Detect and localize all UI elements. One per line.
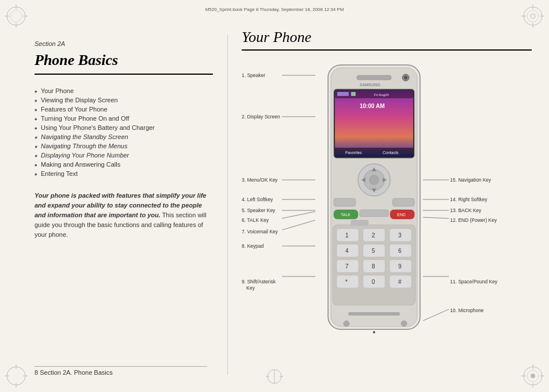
chapter-title: Phone Basics bbox=[35, 52, 213, 75]
svg-text:6: 6 bbox=[398, 248, 402, 254]
column-divider bbox=[227, 34, 228, 375]
left-column: Section 2A Phone Basics Your Phone Viewi… bbox=[0, 0, 230, 392]
svg-text:2: 2 bbox=[372, 232, 375, 239]
svg-text:13. BACK Key: 13. BACK Key bbox=[450, 207, 482, 213]
svg-line-113 bbox=[423, 217, 449, 218]
toc-item-6: Navigating the Standby Screen bbox=[35, 132, 213, 141]
svg-text:5: 5 bbox=[372, 248, 375, 254]
toc-item-8: Displaying Your Phone Number bbox=[35, 151, 213, 160]
svg-text:2.  Display Screen: 2. Display Screen bbox=[242, 114, 280, 120]
intro-text: Your phone is packed with features that … bbox=[35, 191, 213, 240]
svg-line-98 bbox=[282, 212, 315, 218]
svg-text:1.  Speaker: 1. Speaker bbox=[242, 72, 265, 78]
svg-rect-58 bbox=[360, 210, 388, 217]
svg-line-100 bbox=[282, 220, 315, 230]
toc-item-4: Turning Your Phone On and Off bbox=[35, 114, 213, 123]
toc-list: Your Phone Viewing the Display Screen Fe… bbox=[35, 86, 213, 178]
svg-point-85 bbox=[344, 321, 349, 326]
svg-text:7: 7 bbox=[345, 263, 349, 270]
svg-text:3.  Menu/OK Key: 3. Menu/OK Key bbox=[242, 177, 278, 183]
svg-rect-35 bbox=[335, 90, 413, 157]
corner-decoration-bl bbox=[5, 364, 28, 387]
svg-text:8.  Keypad: 8. Keypad bbox=[242, 243, 264, 249]
phone-diagram: Fri Aug24 10:00 AM Favorites Contacts SA… bbox=[242, 62, 532, 361]
svg-text:*: * bbox=[345, 279, 348, 285]
svg-point-13 bbox=[7, 367, 25, 385]
svg-text:5.  Speaker Key: 5. Speaker Key bbox=[242, 207, 276, 213]
svg-text:10:00 AM: 10:00 AM bbox=[360, 103, 385, 109]
svg-text:11. Space/Pound Key: 11. Space/Pound Key bbox=[450, 279, 498, 285]
svg-point-47 bbox=[369, 175, 379, 185]
svg-point-33 bbox=[404, 76, 407, 79]
svg-text:0: 0 bbox=[372, 279, 375, 285]
svg-text:1: 1 bbox=[345, 232, 349, 239]
svg-text:4: 4 bbox=[345, 248, 349, 254]
svg-text:3: 3 bbox=[398, 232, 402, 239]
svg-text:Favorites: Favorites bbox=[345, 151, 362, 155]
svg-point-86 bbox=[401, 321, 407, 326]
svg-text:10. Microphone: 10. Microphone bbox=[450, 308, 484, 313]
svg-text:7.  Voicemail Key: 7. Voicemail Key bbox=[242, 229, 279, 235]
svg-line-117 bbox=[423, 309, 449, 321]
toc-item-10: Entering Text bbox=[35, 169, 213, 178]
svg-text:#: # bbox=[398, 279, 402, 285]
section-label: Section 2A bbox=[35, 40, 213, 47]
svg-text:9: 9 bbox=[398, 263, 402, 270]
svg-point-119 bbox=[373, 331, 375, 333]
svg-rect-38 bbox=[351, 92, 356, 96]
svg-text:Key: Key bbox=[246, 285, 255, 291]
toc-item-3: Features of Your Phone bbox=[35, 105, 213, 114]
svg-point-0 bbox=[7, 7, 25, 25]
toc-item-1: Your Phone bbox=[35, 86, 213, 95]
svg-rect-52 bbox=[334, 198, 356, 206]
svg-point-1 bbox=[10, 10, 22, 22]
toc-item-7: Navigating Through the Menus bbox=[35, 141, 213, 151]
svg-text:4.  Left Softkey: 4. Left Softkey bbox=[242, 197, 273, 202]
section-title: Your Phone bbox=[242, 29, 532, 51]
svg-text:6.  TALK Key: 6. TALK Key bbox=[242, 217, 269, 223]
svg-text:14. Right Softkey: 14. Right Softkey bbox=[450, 197, 487, 202]
svg-rect-37 bbox=[337, 92, 349, 96]
svg-text:9.  Shift/Asterisk: 9. Shift/Asterisk bbox=[242, 279, 276, 285]
svg-text:8: 8 bbox=[372, 263, 375, 270]
svg-text:Contacts: Contacts bbox=[383, 151, 399, 155]
page-footer: 8 Section 2A. Phone Basics bbox=[35, 366, 207, 376]
toc-item-5: Using Your Phone's Battery and Charger bbox=[35, 123, 213, 132]
svg-text:TALK: TALK bbox=[341, 213, 350, 217]
svg-rect-87 bbox=[351, 220, 368, 225]
svg-rect-78 bbox=[337, 275, 359, 288]
page: M520_Sprint.book Page 8 Thursday, Septem… bbox=[0, 0, 549, 392]
phone-svg: Fri Aug24 10:00 AM Favorites Contacts SA… bbox=[242, 62, 506, 361]
svg-rect-53 bbox=[392, 198, 414, 206]
svg-rect-31 bbox=[357, 75, 391, 80]
right-column: Your Phone bbox=[230, 0, 549, 392]
corner-decoration-tl bbox=[5, 5, 28, 28]
svg-text:15. Navigation Key: 15. Navigation Key bbox=[450, 177, 491, 183]
svg-text:Fri Aug24: Fri Aug24 bbox=[374, 93, 389, 97]
svg-text:12. END (Power) Key: 12. END (Power) Key bbox=[450, 217, 497, 223]
toc-item-9: Making and Answering Calls bbox=[35, 160, 213, 169]
svg-text:SAMSUNG: SAMSUNG bbox=[360, 83, 380, 87]
toc-item-2: Viewing the Display Screen bbox=[35, 95, 213, 105]
svg-text:END: END bbox=[397, 213, 406, 217]
svg-rect-84 bbox=[348, 312, 400, 316]
